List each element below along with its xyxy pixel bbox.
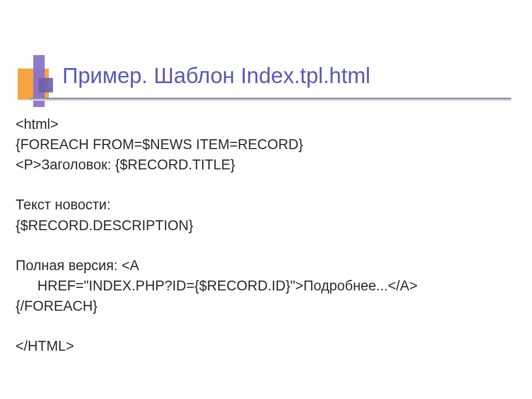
code-line: Полная версия: <A xyxy=(16,256,511,276)
code-line: </HTML> xyxy=(16,336,511,356)
title-rule-shadow xyxy=(29,99,511,101)
code-line: <P>Заголовок: {$RECORD.TITLE} xyxy=(16,155,511,175)
code-line: HREF="INDEX.PHP?ID={$RECORD.ID}">Подробн… xyxy=(16,276,511,296)
code-line: {$RECORD.DESCRIPTION} xyxy=(16,216,511,236)
slide-decoration xyxy=(18,61,64,108)
code-line: {/FOREACH} xyxy=(16,296,511,316)
slide-title: Пример. Шаблон Index.tpl.html xyxy=(62,63,370,88)
code-line: Текст новости: xyxy=(16,195,511,215)
code-line: <html> xyxy=(16,114,511,135)
slide-body: <html> {FOREACH FROM=$NEWS ITEM=RECORD} … xyxy=(16,114,511,356)
code-line: {FOREACH FROM=$NEWS ITEM=RECORD} xyxy=(16,135,511,155)
